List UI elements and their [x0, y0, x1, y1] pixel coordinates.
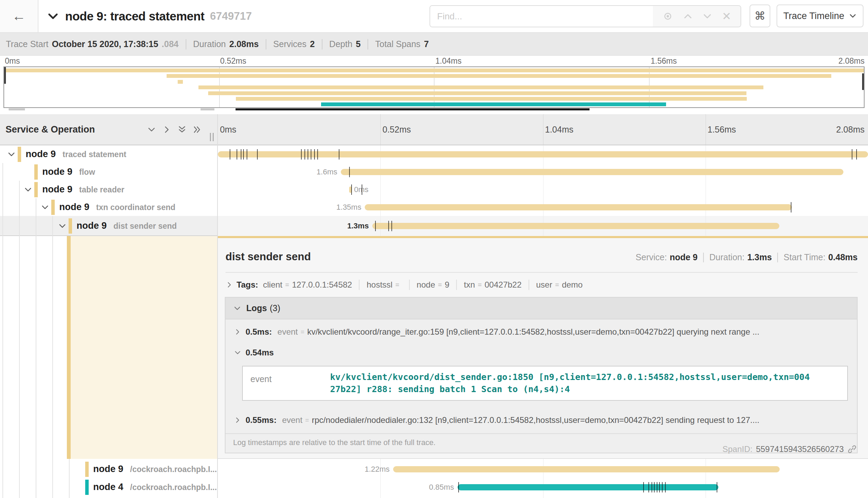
back-button[interactable]: ← [0, 0, 38, 32]
trace-minimap[interactable] [3, 66, 865, 108]
scroll-indicator-segment[interactable] [201, 108, 214, 110]
log-event-tick [247, 149, 247, 160]
trace-viewer: ← node 9: traced statement 6749717 ✕ ⌘ T… [0, 0, 868, 498]
timeline-tick-label: 1.04ms [545, 114, 574, 145]
log-field-key: event [250, 371, 330, 395]
service-name[interactable]: node 9 /cockroach.roachpb.I... [93, 464, 217, 474]
log-event-tick [652, 482, 652, 492]
span-duration-bar[interactable] [365, 204, 792, 210]
service-value: node 9 [670, 252, 698, 262]
collapse-all-icon[interactable] [177, 125, 187, 136]
log-event-tick [659, 482, 660, 492]
scroll-indicator-segment[interactable] [236, 108, 590, 110]
log-event-tick [301, 149, 302, 160]
tag-item: txn=00427b22 [464, 280, 521, 290]
keyboard-shortcuts-button[interactable]: ⌘ [750, 4, 770, 27]
log-entry[interactable]: 0.55ms:event=rpc/nodedialer/nodedialer.g… [225, 408, 857, 428]
span-duration-label: 1.3ms [317, 221, 369, 230]
span-expand-chevron-icon[interactable] [24, 185, 33, 194]
find-prev-icon[interactable] [683, 11, 693, 21]
service-name[interactable]: node 4 /cockroach.roachpb.I... [93, 482, 217, 492]
tree-guide-line [36, 198, 36, 498]
span-duration-bar[interactable] [218, 151, 868, 157]
span-expand-chevron-icon[interactable] [7, 150, 16, 159]
logs-header[interactable]: Logs (3) [225, 298, 857, 319]
span-detail-title: dist sender send [225, 251, 311, 263]
log-event-tick [856, 149, 857, 160]
equals-sign: = [478, 281, 482, 289]
operation-name: txn coordinator send [96, 203, 176, 212]
span-expand-chevron-icon[interactable] [58, 221, 67, 230]
collapse-trace-chevron-icon[interactable] [46, 10, 60, 23]
link-icon[interactable] [847, 444, 857, 454]
service-name[interactable]: node 9 flow [42, 166, 95, 177]
span-duration-bar[interactable] [393, 466, 780, 472]
span-duration-bar[interactable] [341, 169, 843, 175]
log-event-tick [852, 149, 852, 160]
tag-separator [409, 280, 410, 290]
log-entry[interactable]: 0.5ms:event=kv/kvclient/kvcoord/range_it… [225, 319, 857, 340]
tree-guide-line [2, 163, 3, 498]
log-event-tick [241, 149, 241, 160]
log-event-tick [308, 149, 308, 160]
timeline-gridline [380, 114, 381, 145]
find-input[interactable] [430, 6, 653, 27]
log-entry[interactable]: 0.54ms [225, 340, 857, 361]
log-event-tick [349, 167, 350, 177]
expand-one-icon[interactable] [162, 125, 171, 136]
span-row-name[interactable] [0, 163, 218, 181]
trace-start-ms: .084 [162, 39, 179, 49]
chevron-down-icon [849, 12, 857, 20]
log-event-tick [391, 221, 392, 231]
operation-name: /cockroach.roachpb.I... [130, 465, 217, 474]
service-color-chip [85, 480, 89, 495]
span-expand-chevron-icon[interactable] [41, 203, 50, 212]
operation-name: /cockroach.roachpb.I... [130, 483, 217, 492]
minimap-tick-label: 1.04ms [435, 56, 461, 66]
find-next-icon[interactable] [702, 11, 712, 21]
expand-all-icon[interactable] [193, 125, 202, 136]
timeline-tick-label: 0.52ms [382, 114, 411, 145]
span-duration-label: Duration: [709, 252, 744, 262]
service-name[interactable]: node 9 traced statement [26, 149, 126, 160]
scroll-indicator-segment[interactable] [9, 108, 25, 110]
span-id-row: SpanID: 5597415943526560273 [723, 444, 857, 454]
log-event-tick [643, 482, 644, 492]
view-selector-button[interactable]: Trace Timeline [777, 4, 863, 27]
total-spans-label: Total Spans [375, 39, 420, 49]
tag-item: user=demo [536, 280, 583, 290]
tag-key: hostssl [366, 280, 392, 290]
service-name[interactable]: node 9 table reader [42, 184, 124, 195]
service-color-chip [34, 164, 38, 180]
tag-item: node=9 [417, 280, 449, 290]
locate-icon[interactable] [662, 11, 673, 22]
span-duration-bar[interactable] [372, 223, 779, 229]
timeline-gridline [543, 114, 543, 145]
log-event-tick [311, 149, 311, 160]
minimap-scrubber-handle[interactable] [4, 67, 6, 84]
operation-name: table reader [79, 185, 124, 194]
clear-find-icon[interactable]: ✕ [722, 10, 731, 23]
service-name[interactable]: node 9 dist sender send [77, 220, 177, 231]
span-id-label: SpanID: [723, 444, 753, 454]
total-spans-value: 7 [424, 39, 429, 49]
log-event-tick [375, 221, 376, 231]
grid-header: Service & Operation 0ms0.52ms1.04ms1.56m… [0, 114, 868, 145]
log-event-tick [257, 149, 258, 160]
log-event-tick [458, 482, 459, 492]
minimap-scrubber-handle[interactable] [862, 73, 864, 90]
minimap-scroll-indicator[interactable] [3, 108, 865, 110]
duration-label: Duration [193, 39, 226, 49]
start-time-value: 0.48ms [828, 252, 858, 262]
tag-separator [456, 280, 457, 290]
service-color-chip [51, 200, 55, 215]
minimap-axis: 0ms0.52ms1.04ms1.56ms2.08ms [0, 56, 868, 66]
collapse-one-icon[interactable] [147, 125, 156, 136]
service-name[interactable]: node 9 txn coordinator send [59, 202, 175, 212]
span-duration-bar[interactable] [458, 484, 719, 490]
tag-value: 9 [445, 280, 449, 290]
span-duration-label: 1.6ms [285, 167, 337, 176]
tag-key: user [536, 280, 552, 290]
column-resize-handle[interactable] [210, 133, 214, 141]
tags-row[interactable]: Tags:client=127.0.0.1:54582hostssl=node=… [218, 273, 868, 290]
